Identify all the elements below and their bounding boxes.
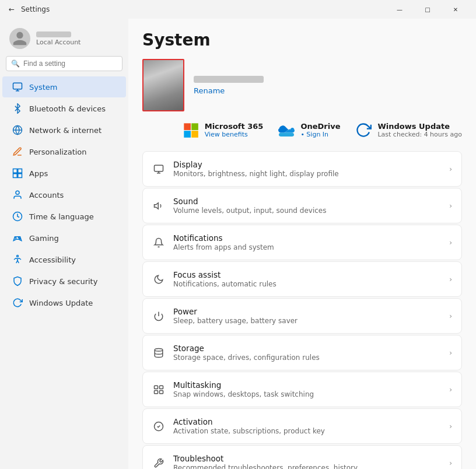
power-title: Power xyxy=(173,307,441,316)
search-input[interactable] xyxy=(23,60,117,68)
settings-item-activation[interactable]: Activation Activation state, subscriptio… xyxy=(142,408,462,444)
svg-rect-6 xyxy=(13,174,18,178)
sidebar-item-accounts-label: Accounts xyxy=(29,191,64,200)
accessibility-icon xyxy=(12,254,23,265)
troubleshoot-title: Troubleshoot xyxy=(173,454,441,463)
close-button[interactable]: ✕ xyxy=(442,0,469,19)
minimize-button[interactable]: — xyxy=(386,0,413,19)
svg-point-14 xyxy=(17,256,19,257)
svg-marker-22 xyxy=(155,202,159,209)
ms365-icon xyxy=(181,121,200,139)
onedrive-link[interactable]: OneDrive • Sign In xyxy=(277,121,340,139)
svg-rect-5 xyxy=(18,169,22,173)
notifications-text: Notifications Alerts from apps and syste… xyxy=(173,233,441,251)
bluetooth-icon xyxy=(12,103,23,114)
settings-item-power[interactable]: Power Sleep, battery usage, battery save… xyxy=(142,298,462,334)
avatar xyxy=(9,28,30,49)
sidebar-profile[interactable]: Local Account xyxy=(0,23,128,56)
profile-info: Local Account xyxy=(36,32,80,46)
storage-icon xyxy=(152,346,165,359)
winupdate-text: Windows Update Last checked: 4 hours ago xyxy=(377,122,462,138)
notifications-icon xyxy=(152,236,165,249)
power-desc: Sleep, battery usage, battery saver xyxy=(173,317,441,325)
sidebar-item-bluetooth[interactable]: Bluetooth & devices xyxy=(2,98,126,119)
ms365-sub: View benefits xyxy=(205,131,264,138)
sidebar-item-update[interactable]: Windows Update xyxy=(2,292,126,313)
account-links: Microsoft 365 View benefits OneDr xyxy=(181,121,462,139)
svg-rect-19 xyxy=(155,165,163,172)
troubleshoot-chevron: › xyxy=(449,459,452,467)
winupdate-sub: Last checked: 4 hours ago xyxy=(377,131,462,138)
sidebar-item-time[interactable]: Time & language xyxy=(2,206,126,227)
svg-rect-26 xyxy=(160,386,163,388)
settings-item-display[interactable]: Display Monitors, brightness, night ligh… xyxy=(142,151,462,187)
svg-point-24 xyxy=(155,348,163,351)
display-title: Display xyxy=(173,160,441,169)
settings-list: Display Monitors, brightness, night ligh… xyxy=(142,151,462,469)
svg-point-13 xyxy=(19,238,20,239)
activation-desc: Activation state, subscriptions, product… xyxy=(173,427,441,435)
onedrive-title: OneDrive xyxy=(300,122,340,131)
sidebar-item-system[interactable]: System xyxy=(2,76,126,97)
notifications-desc: Alerts from apps and system xyxy=(173,243,441,251)
sound-chevron: › xyxy=(449,202,452,210)
gaming-icon xyxy=(12,232,23,244)
update-icon xyxy=(12,297,23,309)
focus-text: Focus assist Notifications, automatic ru… xyxy=(173,270,441,288)
notifications-title: Notifications xyxy=(173,233,441,243)
svg-rect-28 xyxy=(160,390,163,393)
settings-item-troubleshoot[interactable]: Troubleshoot Recommended troubleshooters… xyxy=(142,445,462,469)
settings-item-sound[interactable]: Sound Volume levels, output, input, soun… xyxy=(142,188,462,223)
svg-point-8 xyxy=(16,191,19,194)
multitasking-chevron: › xyxy=(449,386,452,394)
ms365-link[interactable]: Microsoft 365 View benefits xyxy=(181,121,264,139)
privacy-icon xyxy=(12,275,23,287)
multitasking-title: Multitasking xyxy=(173,380,441,390)
sidebar-item-apps-label: Apps xyxy=(29,169,48,178)
svg-rect-18 xyxy=(191,131,198,138)
svg-rect-16 xyxy=(191,123,198,130)
rename-link[interactable]: Rename xyxy=(194,86,264,95)
multitasking-icon xyxy=(152,383,165,396)
app-container: Local Account 🔍 System Bluetooth & devic… xyxy=(0,19,476,469)
sidebar: Local Account 🔍 System Bluetooth & devic… xyxy=(0,19,128,469)
storage-title: Storage xyxy=(173,344,441,353)
winupdate-link[interactable]: Windows Update Last checked: 4 hours ago xyxy=(354,121,462,139)
notifications-chevron: › xyxy=(449,239,452,247)
settings-item-multitasking[interactable]: Multitasking Snap windows, desktops, tas… xyxy=(142,372,462,407)
network-icon xyxy=(12,124,23,136)
back-button[interactable]: ← xyxy=(7,5,16,14)
sidebar-item-bluetooth-label: Bluetooth & devices xyxy=(29,104,106,113)
sidebar-item-system-label: System xyxy=(29,83,57,92)
apps-icon xyxy=(12,167,23,179)
sidebar-item-privacy[interactable]: Privacy & security xyxy=(2,271,126,292)
time-icon xyxy=(12,211,23,222)
maximize-button[interactable]: □ xyxy=(414,0,441,19)
sidebar-item-gaming[interactable]: Gaming xyxy=(2,228,126,249)
profile-account-type: Local Account xyxy=(36,38,80,46)
sidebar-item-accessibility-label: Accessibility xyxy=(29,256,76,264)
profile-card: Rename Microsoft 365 Vie xyxy=(142,59,462,139)
device-info: Rename xyxy=(194,76,264,95)
sidebar-item-apps[interactable]: Apps xyxy=(2,163,126,184)
onedrive-sub: • Sign In xyxy=(300,131,340,138)
settings-item-notifications[interactable]: Notifications Alerts from apps and syste… xyxy=(142,225,462,260)
ms365-title: Microsoft 365 xyxy=(205,122,264,131)
settings-item-focus[interactable]: Focus assist Notifications, automatic ru… xyxy=(142,261,462,297)
winupdate-icon xyxy=(354,121,373,139)
sidebar-item-personalization[interactable]: Personalization xyxy=(2,141,126,162)
focus-desc: Notifications, automatic rules xyxy=(173,280,441,288)
search-box[interactable]: 🔍 xyxy=(6,56,123,71)
activation-title: Activation xyxy=(173,417,441,426)
sidebar-item-network[interactable]: Network & internet xyxy=(2,120,126,141)
storage-text: Storage Storage space, drives, configura… xyxy=(173,344,441,362)
settings-item-storage[interactable]: Storage Storage space, drives, configura… xyxy=(142,335,462,370)
sound-title: Sound xyxy=(173,197,441,206)
troubleshoot-desc: Recommended troubleshooters, preferences… xyxy=(173,464,441,469)
focus-icon xyxy=(152,273,165,286)
sidebar-item-accessibility[interactable]: Accessibility xyxy=(2,249,126,270)
sidebar-item-accounts[interactable]: Accounts xyxy=(2,184,126,205)
power-icon xyxy=(152,310,165,323)
power-chevron: › xyxy=(449,312,452,320)
device-image xyxy=(142,59,184,111)
